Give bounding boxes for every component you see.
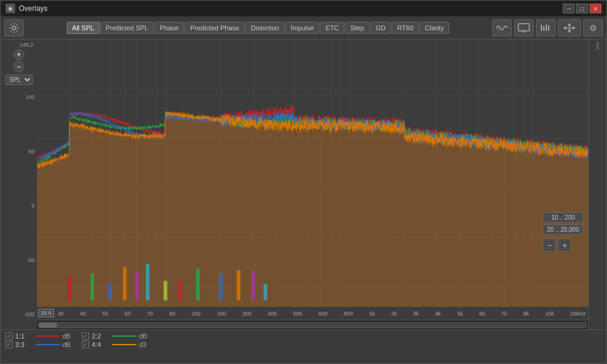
tab-distortion[interactable]: Distortion [245,22,284,34]
legend-item-3: 3:3 dB [5,341,75,348]
x-label-2k: 2k [391,311,397,317]
legend-line-1 [36,335,60,337]
app-icon: ◉ [5,4,15,13]
close-button[interactable]: ✕ [589,4,602,13]
legend-checkbox-1[interactable] [5,332,13,340]
x-label-30: 30 [58,311,64,317]
x-label-50: 50 [103,311,109,317]
tab-rt60[interactable]: RT60 [392,22,419,34]
x-label-200: 200 [217,311,226,317]
svg-rect-5 [543,26,544,31]
x-axis: 20.0 30 40 50 60 70 80 100 200 300 400 5… [37,306,588,320]
svg-rect-6 [546,24,547,31]
x-label-10k: 10k [545,311,554,317]
x-label-70: 70 [147,311,153,317]
y-label-0: 0 [32,203,35,209]
right-label: 995 [595,42,600,50]
tab-etc[interactable]: ETC [320,22,344,34]
y-label-neg50: -50 [27,257,35,263]
x-label-600: 600 [319,311,328,317]
x-label-4k: 4k [435,311,441,317]
tab-group: All SPL Predicted SPL Phase Predicted Ph… [26,22,490,34]
y-label-100: 100 [25,94,35,100]
legend-row-1: 1:1 dB 2:2 dB [5,332,602,340]
maximize-button[interactable]: □ [576,4,588,13]
wave-icon-button[interactable] [492,19,512,36]
zoom-out-chart-button[interactable]: − [543,238,556,252]
tab-predicted-phase[interactable]: Predicted Phase [185,22,245,34]
x-label-300: 300 [242,311,251,317]
move-icon-button[interactable] [558,19,581,36]
svg-rect-1 [518,24,529,31]
main-content: 145.2 + − SPL 100 50 0 -50 -100 [1,39,606,329]
zoom-in-chart-button[interactable]: + [558,238,571,252]
spl-dropdown[interactable]: SPL [5,75,33,85]
x-label-40: 40 [80,311,86,317]
x-label-3k: 3k [413,311,419,317]
x-label-1k: 1k [369,311,375,317]
zoom-out-button[interactable]: − [13,61,24,72]
legend-label-3: 3:3 [15,341,33,348]
legend-label-2: 2:2 [92,332,110,340]
legend-row-2: 3:3 dB 4:4 d3 [5,341,602,348]
legend-line-4 [112,344,137,345]
minimize-button[interactable]: ─ [563,4,575,13]
y-labels: 100 50 0 -50 -100 [24,94,35,317]
legend-unit-4: d3 [139,341,151,348]
window-title: Overlays [19,4,47,13]
legend-item-4: 4:4 d3 [82,341,151,348]
x-label-60: 60 [124,311,131,317]
x-label-100: 100 [192,311,201,317]
range-10-200-button[interactable]: 10 .. 200 [543,212,583,223]
tab-step[interactable]: Step [345,22,370,34]
legend-line-2 [112,335,137,337]
frequency-chart[interactable] [37,39,588,306]
x-label-8k: 8k [523,311,529,317]
right-panel: 995 [588,39,606,329]
main-window: ◉ Overlays ─ □ ✕ All SPL Predicted SPL P… [0,0,607,364]
legend-unit-1: dB [63,332,75,340]
svg-rect-4 [541,25,542,31]
range-20-20000-button[interactable]: 20 .. 20,000 [543,224,583,235]
x-start-label: 20.0 [38,309,54,317]
x-label-500: 500 [293,311,302,317]
y-max-label: 145.2 [2,42,36,48]
display-icon-button[interactable] [514,19,534,36]
y-axis: 145.2 + − SPL 100 50 0 -50 -100 [1,39,37,329]
tab-impulse[interactable]: Impulse [285,22,320,34]
scrollbar-thumb[interactable] [39,323,57,328]
x-label-800: 800 [344,311,353,317]
scrollbar-container [37,320,588,329]
legend-unit-3: dB [63,341,75,348]
chart-canvas[interactable]: 10 .. 200 20 .. 20,000 − + [37,39,588,306]
range-buttons: 10 .. 200 20 .. 20,000 − + [543,212,583,252]
y-label-50: 50 [29,149,35,155]
legend-checkbox-4[interactable] [82,341,89,348]
settings-icon-button[interactable] [4,19,24,36]
title-bar-left: ◉ Overlays [5,4,47,13]
legend-label-4: 4:4 [92,341,110,348]
y-axis-controls: 145.2 + − SPL [1,39,37,89]
tab-all-spl[interactable]: All SPL [67,22,100,34]
bars-icon-button[interactable] [536,19,555,36]
zoom-controls: − + [543,238,583,252]
x-label-20khz: 20kHz [570,311,586,317]
x-label-6k: 6k [479,311,485,317]
svg-rect-7 [548,25,549,31]
scrollbar[interactable] [38,322,587,328]
zoom-in-button[interactable]: + [13,49,24,60]
x-label-5k: 5k [457,311,463,317]
legend-checkbox-3[interactable] [5,341,13,348]
tab-gd[interactable]: GD [370,22,392,34]
legend-checkbox-2[interactable] [82,332,89,340]
legend-label-1: 1:1 [15,332,33,340]
gear-icon-button[interactable]: ⚙ [583,19,603,36]
title-bar-controls: ─ □ ✕ [563,4,602,13]
tab-phase[interactable]: Phase [154,22,184,34]
tab-clarity[interactable]: Clarity [419,22,449,34]
tab-predicted-spl[interactable]: Predicted SPL [100,22,154,34]
x-label-7k: 7k [501,311,507,317]
x-label-80: 80 [169,311,175,317]
legend-unit-2: dB [139,332,151,340]
chart-area: 10 .. 200 20 .. 20,000 − + 20.0 30 40 50… [37,39,588,329]
